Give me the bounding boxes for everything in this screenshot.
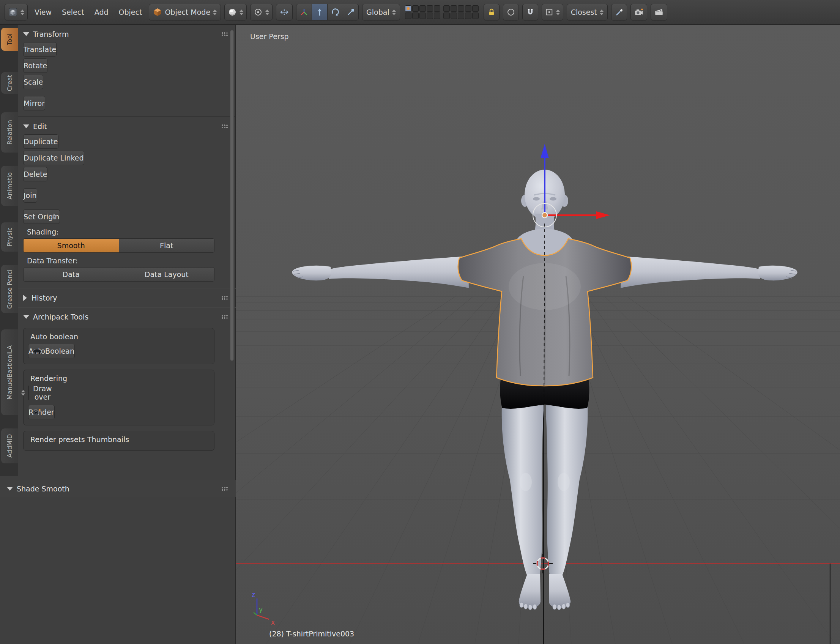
shelf-tab-tool[interactable]: Tool <box>1 28 18 51</box>
menu-select[interactable]: Select <box>58 8 88 16</box>
panel-transform-header[interactable]: Transform <box>18 26 236 42</box>
manipulator-toggle-button[interactable] <box>276 4 293 20</box>
translate-button[interactable]: Translate <box>23 42 57 57</box>
duplicate-button[interactable]: Duplicate <box>23 134 58 149</box>
panel-edit: Edit Duplicate Duplicate Linked Delete J… <box>18 117 236 288</box>
manipulator-axes-button[interactable] <box>296 4 312 20</box>
layer-cell[interactable] <box>405 5 411 12</box>
proportional-editing-dropdown[interactable] <box>503 4 519 20</box>
shade-smooth-button[interactable]: Smooth <box>23 238 119 253</box>
translate-arrow-icon <box>315 8 324 17</box>
dropdown-arrows-icon <box>392 10 396 15</box>
shading-toggle-group: Smooth Flat <box>23 238 214 253</box>
manipulator-scale-button[interactable] <box>343 4 359 20</box>
layer-cell[interactable] <box>450 5 457 12</box>
lock-icon <box>487 8 496 17</box>
data-transfer-label: Data Transfer: <box>27 256 236 265</box>
collapse-triangle-icon <box>23 315 29 319</box>
manipulator-translate-button[interactable] <box>312 4 327 20</box>
layer-cell[interactable] <box>465 5 472 12</box>
snap-target-dropdown[interactable]: Closest <box>567 4 608 20</box>
opengl-render-image-button[interactable] <box>630 4 647 20</box>
paintbrush-button[interactable] <box>611 4 627 20</box>
panel-grip-icon[interactable] <box>221 486 228 491</box>
mode-dropdown[interactable]: Object Mode <box>149 4 221 20</box>
layer-cell[interactable] <box>434 5 440 12</box>
layer-cell[interactable] <box>450 13 457 19</box>
layer-cell[interactable] <box>412 5 419 12</box>
panel-grip-icon[interactable] <box>221 296 228 300</box>
layer-cell[interactable] <box>412 13 419 19</box>
shelf-tab-manuelbastionilab[interactable]: ManuelBastioniLA <box>1 329 18 415</box>
layer-cell[interactable] <box>472 5 478 12</box>
render-presets-box: Render presets Thumbnails <box>23 431 214 451</box>
collapse-triangle-icon <box>23 32 29 36</box>
axis-z-label: z <box>252 591 255 598</box>
panel-grip-icon[interactable] <box>221 315 228 319</box>
shelf-tab-grease-pencil[interactable]: Grease Penci <box>1 265 18 313</box>
manipulator-mode-group <box>296 4 359 20</box>
layer-cell[interactable] <box>458 13 464 19</box>
magnet-icon <box>526 8 535 17</box>
axis-y-label: y <box>259 606 263 613</box>
mirror-button[interactable]: Mirror <box>23 96 45 110</box>
shelf-scrollbar[interactable] <box>230 30 234 361</box>
shelf-tab-relations[interactable]: Relation <box>1 112 18 153</box>
manipulator-rotate-button[interactable] <box>327 4 343 20</box>
join-button[interactable]: Join <box>23 188 37 203</box>
opengl-render-anim-button[interactable] <box>651 4 667 20</box>
delete-button[interactable]: Delete <box>23 167 48 181</box>
snap-element-dropdown[interactable] <box>542 4 563 20</box>
draw-over-dropdown[interactable]: Draw over <box>28 386 29 400</box>
orientation-dropdown[interactable]: Global <box>362 4 400 20</box>
archipack-render-button[interactable]: Render <box>28 405 55 419</box>
scene-lock-button[interactable] <box>483 4 500 20</box>
cube-icon <box>153 8 162 17</box>
dropdown-arrows-icon <box>20 10 24 15</box>
dropdown-arrows-icon <box>600 10 603 15</box>
panel-grip-icon[interactable] <box>221 32 228 36</box>
shelf-tab-physics[interactable]: Physic <box>1 222 18 251</box>
viewport-shading-dropdown[interactable] <box>224 4 247 20</box>
shelf-tab-animation[interactable]: Animatio <box>1 166 18 206</box>
snap-magnet-button[interactable] <box>522 4 538 20</box>
layer-cell[interactable] <box>427 13 433 19</box>
set-origin-dropdown[interactable]: Set Origin <box>23 209 60 224</box>
layer-cell[interactable] <box>443 5 450 12</box>
pivot-point-dropdown[interactable] <box>250 4 273 20</box>
layer-cell[interactable] <box>427 5 433 12</box>
menu-add[interactable]: Add <box>91 8 112 16</box>
dropdown-arrows-icon <box>265 10 269 15</box>
shelf-tab-addmid[interactable]: AddMID <box>1 429 18 463</box>
editor-type-selector[interactable] <box>5 4 28 20</box>
rotate-button[interactable]: Rotate <box>23 58 48 73</box>
duplicate-linked-button[interactable]: Duplicate Linked <box>23 151 84 165</box>
left-knee-highlight <box>519 473 532 491</box>
panel-archipack-header[interactable]: Archipack Tools <box>18 309 236 325</box>
auto-boolean-label: Auto boolean <box>30 332 211 341</box>
collapse-triangle-icon <box>23 295 27 301</box>
layer-cell[interactable] <box>465 13 472 19</box>
layer-cell[interactable] <box>405 13 411 19</box>
menu-object[interactable]: Object <box>115 8 146 16</box>
data-button[interactable]: Data <box>23 267 119 282</box>
layer-cell[interactable] <box>419 13 426 19</box>
panel-grip-icon[interactable] <box>221 124 228 129</box>
redo-panel-header[interactable]: Shade Smooth <box>0 481 236 497</box>
layer-cell[interactable] <box>419 5 426 12</box>
object-origin-dot[interactable] <box>542 212 547 218</box>
scale-button[interactable]: Scale <box>23 75 43 89</box>
layer-cell[interactable] <box>434 13 440 19</box>
3d-viewport[interactable]: z y x User Persp (28) T-shirtPrimitive00… <box>236 25 840 644</box>
layer-cell[interactable] <box>472 13 478 19</box>
panel-edit-header[interactable]: Edit <box>18 118 236 134</box>
autoboolean-button[interactable]: AutoBoolean <box>28 344 75 358</box>
layer-cell[interactable] <box>443 13 450 19</box>
panel-history-header[interactable]: History <box>18 290 236 306</box>
viewport-canvas[interactable]: z y x <box>236 25 840 644</box>
shelf-tab-create[interactable]: Creat <box>1 72 18 94</box>
layer-cell[interactable] <box>458 5 464 12</box>
shade-flat-button[interactable]: Flat <box>119 238 215 253</box>
data-layout-button[interactable]: Data Layout <box>119 267 215 282</box>
menu-view[interactable]: View <box>31 8 55 16</box>
